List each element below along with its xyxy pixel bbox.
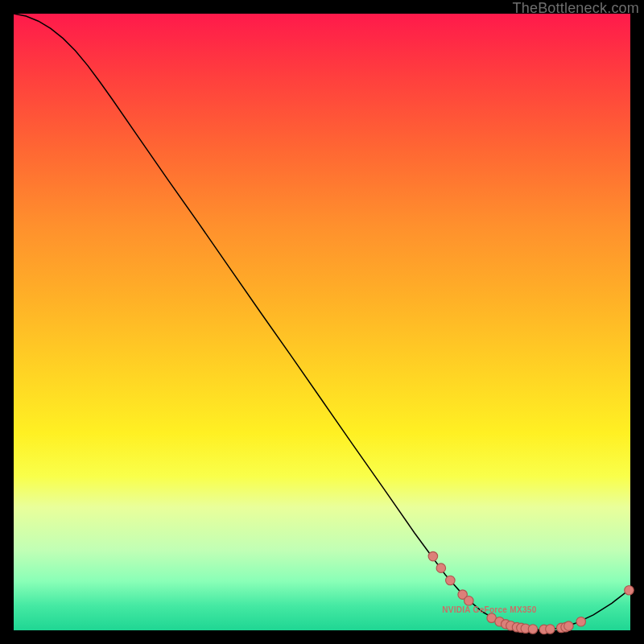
- curve-marker: [546, 625, 555, 634]
- curve-marker: [428, 551, 437, 560]
- curve-marker: [436, 564, 445, 572]
- curve-marker: [625, 585, 634, 594]
- curve-marker: [528, 625, 537, 634]
- chart-svg: [14, 14, 630, 630]
- curve-marker: [446, 576, 455, 584]
- chart-stage: TheBottleneck.com NVIDIA GeForce MX350: [0, 0, 644, 644]
- curve-markers: [428, 551, 634, 634]
- curve-marker: [576, 617, 585, 626]
- bottleneck-curve: [14, 14, 630, 630]
- curve-marker: [464, 596, 473, 605]
- curve-marker: [564, 621, 573, 630]
- plot-area: NVIDIA GeForce MX350: [14, 14, 630, 630]
